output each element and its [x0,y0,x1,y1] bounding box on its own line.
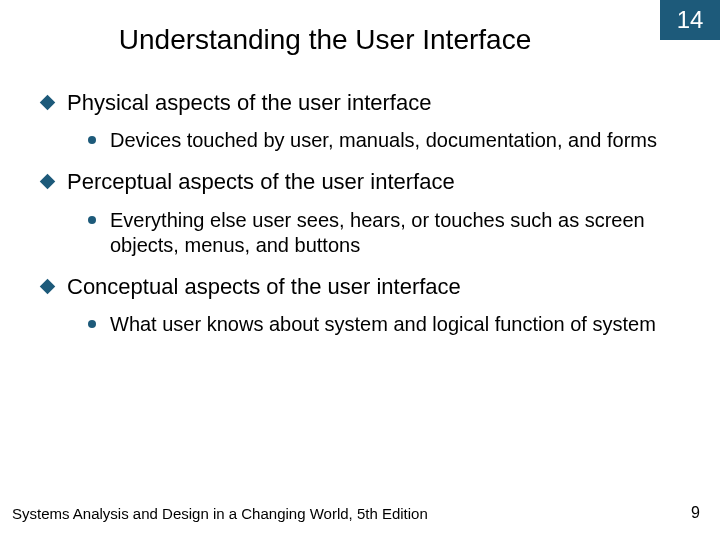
dot-bullet-icon [88,320,96,328]
footer-text: Systems Analysis and Design in a Changin… [12,505,428,522]
topic-heading: Physical aspects of the user interface [67,90,431,116]
sub-list-item: Everything else user sees, hears, or tou… [88,208,680,258]
topic-heading: Conceptual aspects of the user interface [67,274,461,300]
diamond-bullet-icon [40,279,56,295]
topic-subtext: What user knows about system and logical… [110,312,656,337]
diamond-bullet-icon [40,95,56,111]
list-item: Physical aspects of the user interface [40,90,680,116]
dot-bullet-icon [88,136,96,144]
slide-title: Understanding the User Interface [0,24,650,56]
sub-list-item: Devices touched by user, manuals, docume… [88,128,680,153]
slide-content: Physical aspects of the user interface D… [40,90,680,353]
diamond-bullet-icon [40,174,56,190]
list-item: Perceptual aspects of the user interface [40,169,680,195]
sub-list-item: What user knows about system and logical… [88,312,680,337]
chapter-number: 14 [677,6,704,34]
chapter-number-box: 14 [660,0,720,40]
topic-heading: Perceptual aspects of the user interface [67,169,455,195]
topic-subtext: Devices touched by user, manuals, docume… [110,128,657,153]
list-item: Conceptual aspects of the user interface [40,274,680,300]
dot-bullet-icon [88,216,96,224]
page-number: 9 [691,504,700,522]
topic-subtext: Everything else user sees, hears, or tou… [110,208,680,258]
